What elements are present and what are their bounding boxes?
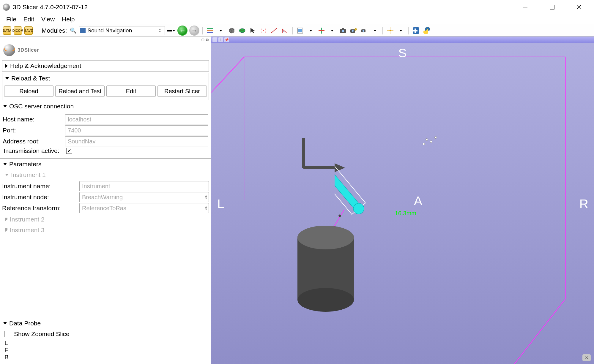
svg-rect-5 [207, 30, 213, 31]
panel-popout-icon[interactable]: ⧉ [206, 37, 209, 42]
modules-combo-text: Sound Navigation [87, 27, 132, 34]
parameters-section: Parameters Instrument 1 Instrument name:… [0, 159, 211, 238]
load-dicom-button[interactable]: DICOM [13, 26, 22, 35]
restart-slicer-button[interactable]: Restart Slicer [157, 86, 207, 97]
svg-point-17 [265, 32, 266, 33]
reload-and-test-button[interactable]: Reload and Test [55, 86, 105, 97]
slicer-logo-icon [3, 44, 15, 56]
module-icon [80, 28, 86, 33]
port-input[interactable]: 7400 [65, 125, 208, 135]
svg-rect-52 [335, 80, 360, 210]
help-ack-header[interactable]: Help & Acknowledgement [2, 61, 209, 71]
probe-F: F [4, 346, 207, 354]
reload-button[interactable]: Reload [4, 86, 53, 97]
tx-checkbox[interactable] [66, 148, 72, 154]
svg-point-58 [435, 137, 437, 139]
svg-point-55 [426, 139, 428, 141]
modules-combo-spinner[interactable]: ▲▼ [159, 28, 163, 33]
instrument1-header[interactable]: Instrument 1 [2, 170, 209, 180]
addr-input[interactable]: SoundNav [65, 136, 208, 146]
svg-marker-12 [250, 28, 255, 33]
volume-cube-icon[interactable] [227, 26, 236, 35]
svg-point-32 [363, 30, 364, 32]
data-probe-header[interactable]: Data Probe [0, 318, 211, 329]
crosshair2-icon[interactable] [386, 26, 395, 35]
menu-edit[interactable]: Edit [21, 15, 37, 23]
menu-file[interactable]: File [3, 15, 19, 23]
layout-icon[interactable] [206, 26, 215, 35]
load-data-button[interactable]: DATA [3, 26, 12, 35]
minimize-button[interactable] [516, 1, 534, 13]
modules-combo[interactable]: Sound Navigation ▲▼ [79, 26, 165, 35]
svg-point-14 [261, 29, 262, 30]
host-input[interactable]: localhost [65, 114, 208, 124]
3d-view[interactable]: S A L R 16.3mm ✕ [211, 43, 594, 364]
instrument3-header[interactable]: Instrument 3 [2, 225, 209, 235]
svg-point-16 [261, 32, 262, 33]
mesh-icon[interactable] [238, 26, 247, 35]
layout-dropdown-icon[interactable] [216, 26, 225, 35]
module-panel: ⊕ ⧉ 3DSlicer Help & Acknowledgement Relo… [0, 37, 211, 364]
svg-line-40 [211, 57, 244, 92]
editor-icon[interactable] [296, 26, 305, 35]
show-zoomed-checkbox[interactable] [4, 331, 11, 337]
separator [292, 27, 293, 34]
view-close-chip[interactable]: ✕ [582, 354, 591, 361]
svg-point-57 [423, 143, 425, 145]
editor-dropdown-icon[interactable] [306, 26, 315, 35]
edit-button[interactable]: Edit [106, 86, 156, 97]
modules-label: Modules: [42, 27, 67, 34]
panel-link-icon[interactable]: ⊕ [201, 37, 205, 42]
scene-view-menu-icon[interactable] [360, 26, 369, 35]
fiducial-icon[interactable] [259, 26, 268, 35]
crosshair-icon[interactable] [317, 26, 326, 35]
menu-view[interactable]: View [38, 15, 58, 23]
data-probe-section: Data Probe Show Zoomed Slice L F B [0, 318, 211, 364]
slicer-logo-text: 3DSlicer [18, 47, 39, 53]
separator [202, 27, 203, 34]
parameters-header[interactable]: Parameters [0, 159, 211, 170]
extension-manager-icon[interactable] [412, 26, 420, 35]
screenshot-icon[interactable] [338, 26, 347, 35]
ref-transform-combo[interactable]: ReferenceToRas▲▼ [79, 203, 209, 213]
maximize-button[interactable] [543, 1, 561, 13]
host-label: Host name: [3, 116, 65, 123]
separator [408, 27, 409, 34]
view-pin-icon[interactable]: 📌 [224, 37, 229, 42]
app-icon [3, 4, 10, 11]
angle-icon[interactable] [281, 26, 289, 35]
instrument2-header[interactable]: Instrument 2 [2, 214, 209, 225]
svg-point-26 [342, 30, 344, 32]
module-search-icon[interactable]: 🔍 [70, 27, 76, 34]
menu-help[interactable]: Help [59, 15, 78, 23]
crosshair2-dropdown-icon[interactable] [396, 26, 405, 35]
module-back-button[interactable]: ← [177, 26, 188, 35]
svg-rect-4 [207, 28, 213, 29]
svg-rect-6 [207, 32, 213, 33]
view-collapse-icon[interactable]: − [212, 37, 217, 42]
python-console-icon[interactable] [422, 26, 431, 35]
svg-line-18 [272, 29, 276, 33]
scene-view-icon[interactable] [349, 26, 358, 35]
reload-test-section: Reload & Test Reload Reload and Test Edi… [2, 73, 209, 100]
inst-name-input[interactable]: Instrument [79, 181, 209, 191]
save-button[interactable]: SAVE [24, 26, 33, 35]
module-forward-button[interactable]: → [189, 26, 199, 35]
scene-view-dropdown-icon[interactable] [371, 26, 379, 35]
svg-rect-1 [550, 5, 554, 9]
view-number-tab[interactable]: 1 [218, 37, 223, 42]
reload-test-header[interactable]: Reload & Test [2, 73, 209, 84]
ruler-icon[interactable] [270, 26, 279, 35]
orient-S: S [398, 46, 406, 60]
tx-label: Transmission active: [3, 147, 65, 154]
app-window: 3D Slicer 4.7.0-2017-07-12 File Edit Vie… [0, 0, 594, 364]
inst-node-combo[interactable]: BreachWarning▲▼ [79, 192, 209, 202]
module-history-dropdown[interactable] [167, 26, 176, 35]
help-ack-section: Help & Acknowledgement [2, 60, 209, 72]
crosshair-dropdown-icon[interactable] [328, 26, 337, 35]
close-button[interactable] [570, 1, 588, 13]
measurement-label: 16.3mm [395, 210, 416, 217]
titlebar: 3D Slicer 4.7.0-2017-07-12 [0, 0, 594, 14]
osc-header[interactable]: OSC server connection [0, 101, 211, 112]
cursor-icon[interactable] [248, 26, 257, 35]
